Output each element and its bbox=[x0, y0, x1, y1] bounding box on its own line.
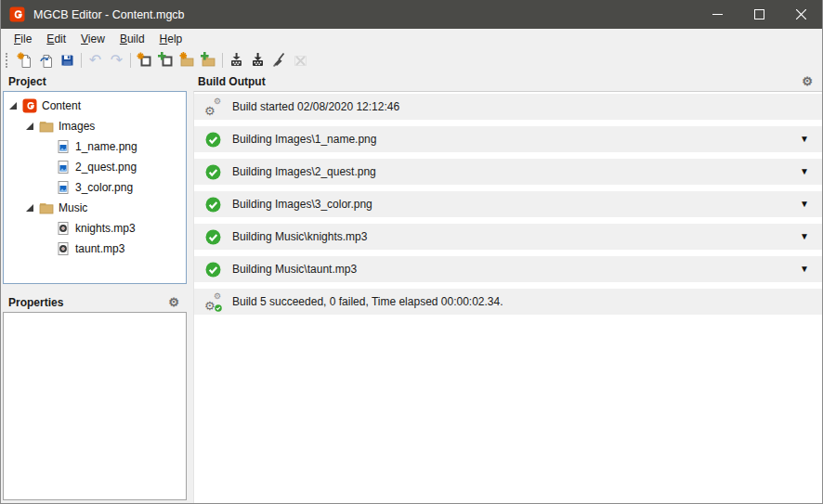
tree-item-2-quest-png[interactable]: 2_quest.png bbox=[4, 157, 186, 177]
close-button[interactable] bbox=[780, 0, 822, 29]
undo-button: ↶ bbox=[85, 50, 106, 71]
audio-file-icon bbox=[56, 241, 71, 256]
tree-item-3-color-png[interactable]: 3_color.png bbox=[4, 177, 186, 198]
build-output-row: ⚙ ⚙ Build 5 succeeded, 0 failed, Time el… bbox=[194, 289, 822, 315]
tree-item-music[interactable]: Music bbox=[4, 198, 186, 218]
build-output-text: Build started 02/08/2020 12:12:46 bbox=[232, 100, 800, 113]
mini-check-icon bbox=[215, 304, 222, 312]
add-existing-folder-button[interactable] bbox=[198, 50, 219, 71]
panel-splitter[interactable] bbox=[187, 71, 193, 503]
new-folder-button[interactable] bbox=[176, 50, 198, 71]
maximize-button[interactable] bbox=[738, 0, 780, 29]
tree-item-label: 1_name.png bbox=[75, 140, 137, 153]
new-item-button[interactable] bbox=[134, 50, 155, 71]
toolbar: ↶ ↷ bbox=[1, 48, 822, 71]
expand-arrow-icon[interactable] bbox=[9, 102, 22, 110]
tree-item-content[interactable]: Content bbox=[4, 96, 186, 116]
tree-item-label: Images bbox=[59, 120, 95, 133]
menu-build[interactable]: Build bbox=[112, 31, 152, 47]
toolbar-separator bbox=[222, 53, 223, 68]
expand-caret-icon[interactable]: ▼ bbox=[800, 232, 809, 241]
build-output-row[interactable]: Building Music\knights.mp3 ▼ bbox=[194, 224, 822, 250]
open-project-icon bbox=[38, 52, 54, 68]
rebuild-button[interactable] bbox=[247, 50, 268, 71]
expand-caret-icon[interactable]: ▼ bbox=[800, 167, 809, 176]
add-existing-item-button[interactable] bbox=[155, 50, 176, 71]
build-output-gear-icon[interactable]: ⚙ bbox=[802, 75, 813, 87]
build-output-panel: Build Output ⚙ ⚙ ⚙ Build started 02/08/2… bbox=[193, 71, 822, 503]
success-check-icon bbox=[205, 229, 221, 245]
properties-panel-header: Properties ⚙ bbox=[1, 292, 187, 312]
undo-icon: ↶ bbox=[89, 53, 101, 68]
new-project-button[interactable] bbox=[14, 50, 35, 71]
project-panel-header: Project bbox=[1, 71, 187, 91]
minimize-button[interactable] bbox=[697, 0, 738, 29]
tree-item-taunt-mp3[interactable]: taunt.mp3 bbox=[4, 239, 186, 259]
cancel-build-button bbox=[290, 50, 311, 71]
properties-pane bbox=[3, 312, 187, 500]
title-bar: MGCB Editor - Content.mgcb bbox=[1, 0, 822, 29]
project-panel-title: Project bbox=[8, 75, 46, 88]
build-output-text: Building Music\knights.mp3 bbox=[232, 230, 800, 243]
expand-caret-icon[interactable]: ▼ bbox=[800, 200, 809, 209]
image-file-icon bbox=[56, 139, 71, 154]
properties-panel-title: Properties bbox=[8, 296, 63, 309]
expand-arrow-icon[interactable] bbox=[26, 204, 39, 212]
new-item-icon bbox=[137, 52, 152, 68]
gears-icon: ⚙ ⚙ bbox=[205, 99, 221, 115]
add-folder-icon bbox=[201, 52, 216, 68]
build-output-text: Building Images\1_name.png bbox=[232, 133, 800, 146]
image-file-icon bbox=[56, 160, 71, 174]
build-output-row[interactable]: Building Images\1_name.png ▼ bbox=[194, 126, 822, 152]
success-check-icon bbox=[205, 132, 221, 148]
save-project-button[interactable] bbox=[57, 50, 78, 71]
success-check-icon bbox=[205, 262, 221, 278]
menu-view[interactable]: View bbox=[73, 31, 112, 47]
open-project-button[interactable] bbox=[35, 50, 57, 71]
build-output-text: Building Music\taunt.mp3 bbox=[232, 263, 800, 276]
window-title: MGCB Editor - Content.mgcb bbox=[33, 8, 697, 21]
success-check-icon bbox=[205, 197, 221, 213]
tree-item-images[interactable]: Images bbox=[4, 116, 186, 136]
clean-icon bbox=[271, 52, 287, 68]
build-output-header: Build Output ⚙ bbox=[193, 71, 822, 91]
build-output-text: Building Images\3_color.png bbox=[232, 198, 800, 211]
build-output-row[interactable]: Building Images\2_quest.png ▼ bbox=[194, 159, 822, 185]
clean-button[interactable] bbox=[268, 50, 290, 71]
audio-file-icon bbox=[56, 221, 71, 236]
tree-item-label: Music bbox=[59, 201, 87, 214]
monogame-logo-icon bbox=[9, 6, 25, 22]
tree-item-1-name-png[interactable]: 1_name.png bbox=[4, 136, 186, 157]
maximize-icon bbox=[754, 9, 764, 19]
expand-caret-icon[interactable]: ▼ bbox=[800, 135, 809, 144]
rebuild-icon bbox=[250, 52, 266, 68]
build-button[interactable] bbox=[226, 50, 247, 71]
build-output-title: Build Output bbox=[198, 75, 266, 88]
project-tree[interactable]: Content Images bbox=[3, 91, 187, 284]
success-check-icon bbox=[205, 164, 221, 180]
build-output-row: ⚙ ⚙ Build started 02/08/2020 12:12:46 ▼ bbox=[194, 94, 822, 120]
redo-icon: ↷ bbox=[111, 53, 123, 68]
properties-gear-icon[interactable]: ⚙ bbox=[168, 296, 179, 308]
build-output-list: ⚙ ⚙ Build started 02/08/2020 12:12:46 ▼ … bbox=[193, 91, 822, 503]
close-icon bbox=[796, 9, 806, 19]
redo-button: ↷ bbox=[106, 50, 127, 71]
expand-arrow-icon[interactable] bbox=[26, 123, 39, 130]
expand-caret-icon[interactable]: ▼ bbox=[800, 265, 809, 274]
menu-help[interactable]: Help bbox=[152, 31, 190, 47]
main-area: Project Content bbox=[1, 71, 822, 503]
toolbar-grip[interactable] bbox=[6, 53, 12, 68]
folder-icon bbox=[39, 119, 54, 134]
tree-item-knights-mp3[interactable]: knights.mp3 bbox=[4, 218, 186, 239]
build-output-row[interactable]: Building Images\3_color.png ▼ bbox=[194, 191, 822, 217]
build-icon bbox=[229, 52, 244, 68]
menu-file[interactable]: File bbox=[7, 31, 39, 47]
toolbar-separator bbox=[81, 53, 82, 68]
left-panel: Project Content bbox=[1, 71, 187, 503]
cancel-build-icon bbox=[293, 52, 308, 68]
build-output-row[interactable]: Building Music\taunt.mp3 ▼ bbox=[194, 256, 822, 282]
toolbar-separator bbox=[130, 53, 131, 68]
minimize-icon bbox=[712, 9, 723, 19]
new-project-icon bbox=[17, 52, 33, 68]
menu-edit[interactable]: Edit bbox=[39, 31, 73, 47]
